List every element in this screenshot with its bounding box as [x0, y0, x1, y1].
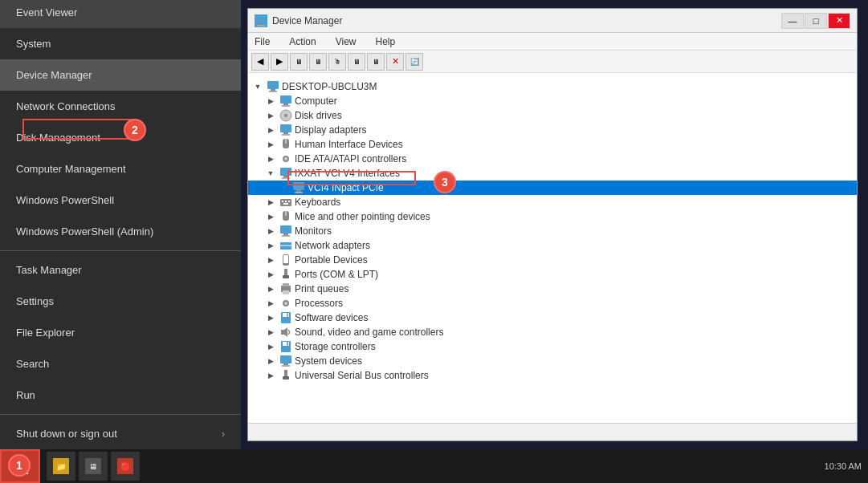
minimize-button[interactable]: — [781, 13, 804, 29]
toggle-icon: ▶ [264, 254, 277, 266]
svg-rect-42 [283, 290, 289, 294]
tree-root-node[interactable]: ▼ DESKTOP-UBCLU3M [248, 79, 857, 94]
status-bar [248, 423, 857, 440]
taskbar-clock: 10:30 AM [825, 461, 862, 471]
svg-rect-32 [283, 233, 288, 235]
menu-action[interactable]: Action [286, 34, 319, 49]
start-menu-item-disk-management[interactable]: Disk Management [0, 122, 241, 153]
svg-rect-12 [283, 132, 288, 134]
device-label: Keyboards [295, 197, 340, 208]
start-menu-item-network-connections[interactable]: Network Connections [0, 91, 241, 122]
tree-item-display-adapters[interactable]: ▶ Display adapters [248, 123, 857, 137]
device-label: IXXAT VCI V4 Interfaces [295, 168, 400, 179]
toggle-icon [277, 181, 290, 194]
svg-rect-56 [283, 376, 289, 380]
svg-rect-25 [282, 201, 283, 202]
start-menu-item-computer-management[interactable]: Computer Management [0, 153, 241, 185]
menu-help[interactable]: Help [373, 34, 399, 49]
start-menu-item-run[interactable]: Run [0, 380, 241, 411]
device-icon [279, 326, 292, 339]
close-button[interactable]: ✕ [828, 13, 850, 29]
tree-root-label: DESKTOP-UBCLU3M [282, 81, 377, 92]
menu-item-label: Run [16, 389, 35, 401]
tree-item-mice-and-other-pointing-devices[interactable]: ▶ Mice and other pointing devices [248, 209, 857, 224]
forward-button[interactable]: ▶ [271, 53, 288, 71]
tree-item-storage-controllers[interactable]: ▶ Storage controllers [248, 339, 857, 354]
taskbar-item-red[interactable]: 🔴 [111, 452, 140, 481]
menu-item-label: Search [16, 358, 49, 370]
computer-icon [267, 80, 279, 93]
device-label: Computer [295, 95, 337, 107]
start-menu-item-settings[interactable]: Settings [0, 286, 241, 317]
menu-view[interactable]: View [332, 34, 360, 49]
start-menu-item-file-explorer[interactable]: File Explorer [0, 317, 241, 348]
device-icon [279, 355, 292, 367]
svg-rect-23 [295, 192, 303, 193]
toggle-icon: ▶ [264, 225, 277, 237]
tree-item-ide-ata/atapi-controllers[interactable]: ▶ IDE ATA/ATAPI controllers [248, 152, 857, 166]
toolbar-btn-3[interactable]: 🖥 [290, 53, 308, 71]
start-menu-item-windows-powershell[interactable]: Windows PowerShell [0, 185, 241, 216]
toolbar-btn-8[interactable]: ✕ [386, 53, 404, 71]
tree-item-sound,-video-and-game-controllers[interactable]: ▶ Sound, video and game controllers [248, 325, 857, 339]
svg-rect-3 [267, 81, 279, 89]
taskbar-right: 10:30 AM [818, 461, 868, 471]
tree-item-portable-devices[interactable]: ▶ Portable Devices [248, 253, 857, 267]
toggle-icon: ▶ [264, 95, 277, 108]
menu-item-label: Disk Management [16, 132, 100, 144]
svg-point-17 [284, 157, 287, 160]
taskbar-item-explorer[interactable]: 📁 [47, 452, 75, 481]
start-menu-item-system[interactable]: System [0, 28, 241, 59]
menu-item-label: Event Viewer [16, 6, 77, 18]
toolbar-btn-9[interactable]: 🔄 [405, 53, 423, 71]
device-icon [279, 297, 292, 310]
svg-rect-55 [284, 370, 287, 376]
toggle-icon: ▼ [251, 80, 264, 93]
tree-item-system-devices[interactable]: ▶ System devices [248, 354, 857, 368]
start-menu-item-windows-powershell-(admin)[interactable]: Windows PowerShell (Admin) [0, 216, 241, 247]
tree-item-universal-serial-bus-controllers[interactable]: ▶ Universal Serial Bus controllers [248, 368, 857, 383]
svg-rect-13 [282, 134, 290, 136]
maximize-button[interactable]: □ [805, 13, 827, 29]
toolbar-btn-4[interactable]: 🖥 [309, 53, 327, 71]
back-button[interactable]: ◀ [251, 53, 269, 71]
menu-item-label: File Explorer [16, 327, 75, 339]
tree-item-software-devices[interactable]: ▶ Software devices [248, 310, 857, 325]
toolbar-btn-6[interactable]: 🖥 [348, 53, 365, 71]
tree-item-ports-(com-&-lpt)[interactable]: ▶ Ports (COM & LPT) [248, 267, 857, 282]
svg-rect-22 [296, 190, 301, 192]
toggle-icon: ▼ [264, 167, 277, 180]
menu-file[interactable]: File [251, 34, 273, 49]
start-menu-item-search[interactable]: Search [0, 348, 241, 380]
svg-point-10 [284, 114, 287, 117]
tree-item-ixxat-vci-v4-interfaces[interactable]: ▼ IXXAT VCI V4 Interfaces [248, 166, 857, 181]
svg-rect-33 [282, 235, 290, 237]
start-menu-item-device-manager[interactable]: Device Manager [0, 59, 241, 91]
device-label: Human Interface Devices [295, 139, 403, 150]
toolbar-btn-5[interactable]: 🖱 [328, 53, 346, 71]
toolbar-btn-7[interactable]: 🖥 [367, 53, 385, 71]
svg-rect-0 [255, 15, 267, 23]
toggle-icon: ▶ [264, 138, 277, 151]
svg-rect-47 [287, 313, 288, 317]
start-menu-item-shut-down-or-sign-out[interactable]: Shut down or sign out› [0, 418, 241, 449]
tree-item-print-queues[interactable]: ▶ Print queues [248, 282, 857, 296]
toggle-icon: ▶ [264, 239, 277, 252]
tree-item-human-interface-devices[interactable]: ▶ Human Interface Devices [248, 137, 857, 152]
start-menu-item-event-viewer[interactable]: Event Viewer [0, 0, 241, 28]
tree-item-disk-drives[interactable]: ▶ Disk drives [248, 108, 857, 123]
tree-item-keyboards[interactable]: ▶ Keyboards [248, 195, 857, 209]
window-controls: — □ ✕ [781, 13, 850, 29]
menu-item-label: System [16, 38, 51, 50]
tree-item-computer[interactable]: ▶ Computer [248, 94, 857, 108]
tree-item-network-adapters[interactable]: ▶ Network adapters [248, 238, 857, 253]
device-label: Mice and other pointing devices [295, 211, 430, 222]
menu-item-label: Device Manager [16, 69, 92, 81]
start-menu-item-task-manager[interactable]: Task Manager [0, 254, 241, 286]
svg-rect-8 [282, 105, 290, 107]
menu-bar: File Action View Help [248, 33, 857, 51]
tree-item-processors[interactable]: ▶ Processors [248, 296, 857, 310]
tree-item-monitors[interactable]: ▶ Monitors [248, 224, 857, 238]
taskbar-item-2[interactable]: 🖥 [79, 452, 108, 481]
tree-item-vci4-inpact-pcie[interactable]: VCI4 INpact PCIe [248, 181, 857, 195]
